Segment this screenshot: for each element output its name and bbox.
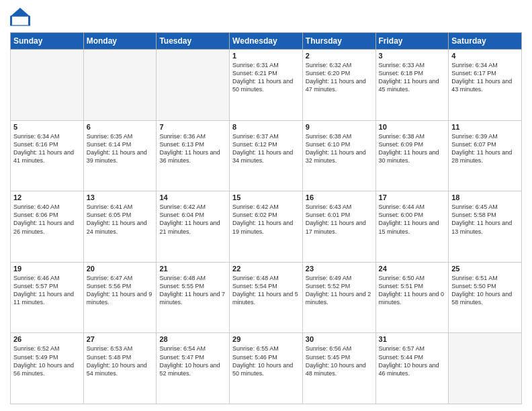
day-info: Sunrise: 6:44 AM Sunset: 6:00 PM Dayligh… — [379, 203, 446, 236]
day-number: 3 — [379, 52, 446, 60]
day-info: Sunrise: 6:48 AM Sunset: 5:55 PM Dayligh… — [159, 274, 226, 307]
day-cell: 2Sunrise: 6:32 AM Sunset: 6:20 PM Daylig… — [302, 50, 375, 121]
day-cell: 28Sunrise: 6:54 AM Sunset: 5:47 PM Dayli… — [157, 333, 230, 404]
weekday-header-wednesday: Wednesday — [230, 33, 303, 50]
day-cell: 3Sunrise: 6:33 AM Sunset: 6:18 PM Daylig… — [375, 50, 449, 121]
day-number: 26 — [13, 335, 81, 343]
day-cell — [449, 333, 522, 404]
day-number: 23 — [306, 265, 373, 273]
day-cell: 10Sunrise: 6:38 AM Sunset: 6:09 PM Dayli… — [375, 120, 449, 191]
day-cell: 20Sunrise: 6:47 AM Sunset: 5:56 PM Dayli… — [83, 262, 157, 333]
day-number: 11 — [451, 123, 519, 131]
day-cell — [11, 50, 84, 121]
weekday-header-thursday: Thursday — [302, 33, 375, 50]
weekday-header-friday: Friday — [375, 33, 449, 50]
day-cell: 19Sunrise: 6:46 AM Sunset: 5:57 PM Dayli… — [11, 262, 84, 333]
day-number: 27 — [87, 335, 154, 343]
day-cell: 15Sunrise: 6:42 AM Sunset: 6:02 PM Dayli… — [230, 191, 303, 263]
day-cell: 16Sunrise: 6:43 AM Sunset: 6:01 PM Dayli… — [302, 191, 375, 263]
day-info: Sunrise: 6:34 AM Sunset: 6:17 PM Dayligh… — [451, 61, 519, 94]
day-number: 6 — [87, 123, 154, 131]
weekday-header-saturday: Saturday — [449, 33, 522, 50]
day-info: Sunrise: 6:54 AM Sunset: 5:47 PM Dayligh… — [159, 345, 226, 377]
day-info: Sunrise: 6:36 AM Sunset: 6:13 PM Dayligh… — [159, 132, 226, 165]
day-info: Sunrise: 6:47 AM Sunset: 5:56 PM Dayligh… — [87, 274, 154, 307]
day-info: Sunrise: 6:41 AM Sunset: 6:05 PM Dayligh… — [87, 203, 154, 236]
day-cell: 6Sunrise: 6:35 AM Sunset: 6:14 PM Daylig… — [83, 120, 157, 191]
day-number: 15 — [232, 193, 300, 201]
day-number: 22 — [232, 265, 300, 273]
page: SundayMondayTuesdayWednesdayThursdayFrid… — [0, 0, 532, 411]
day-number: 21 — [159, 265, 226, 273]
logo — [10, 7, 32, 27]
day-cell: 1Sunrise: 6:31 AM Sunset: 6:21 PM Daylig… — [230, 50, 303, 121]
day-cell: 11Sunrise: 6:39 AM Sunset: 6:07 PM Dayli… — [449, 120, 522, 191]
day-info: Sunrise: 6:51 AM Sunset: 5:50 PM Dayligh… — [451, 274, 519, 307]
day-cell: 29Sunrise: 6:55 AM Sunset: 5:46 PM Dayli… — [230, 333, 303, 404]
logo-icon — [10, 7, 30, 27]
day-number: 24 — [379, 265, 446, 273]
day-number: 19 — [13, 265, 81, 273]
day-info: Sunrise: 6:38 AM Sunset: 6:09 PM Dayligh… — [379, 132, 446, 165]
day-info: Sunrise: 6:49 AM Sunset: 5:52 PM Dayligh… — [306, 274, 373, 307]
day-number: 7 — [159, 123, 226, 131]
day-cell: 23Sunrise: 6:49 AM Sunset: 5:52 PM Dayli… — [302, 262, 375, 333]
day-number: 13 — [87, 193, 154, 201]
day-number: 30 — [306, 335, 373, 343]
day-info: Sunrise: 6:42 AM Sunset: 6:04 PM Dayligh… — [159, 203, 226, 236]
day-number: 1 — [232, 52, 300, 60]
day-cell: 22Sunrise: 6:48 AM Sunset: 5:54 PM Dayli… — [230, 262, 303, 333]
day-info: Sunrise: 6:55 AM Sunset: 5:46 PM Dayligh… — [232, 345, 300, 377]
day-info: Sunrise: 6:45 AM Sunset: 5:58 PM Dayligh… — [451, 203, 519, 236]
week-row-3: 12Sunrise: 6:40 AM Sunset: 6:06 PM Dayli… — [11, 191, 522, 263]
weekday-header-monday: Monday — [83, 33, 157, 50]
day-info: Sunrise: 6:50 AM Sunset: 5:51 PM Dayligh… — [379, 274, 446, 307]
day-number: 29 — [232, 335, 300, 343]
day-info: Sunrise: 6:42 AM Sunset: 6:02 PM Dayligh… — [232, 203, 300, 236]
day-cell: 26Sunrise: 6:52 AM Sunset: 5:49 PM Dayli… — [11, 333, 84, 404]
day-cell: 7Sunrise: 6:36 AM Sunset: 6:13 PM Daylig… — [157, 120, 230, 191]
day-cell: 9Sunrise: 6:38 AM Sunset: 6:10 PM Daylig… — [302, 120, 375, 191]
header — [10, 7, 522, 27]
weekday-header-row: SundayMondayTuesdayWednesdayThursdayFrid… — [11, 33, 522, 50]
week-row-5: 26Sunrise: 6:52 AM Sunset: 5:49 PM Dayli… — [11, 333, 522, 404]
day-info: Sunrise: 6:37 AM Sunset: 6:12 PM Dayligh… — [232, 132, 300, 165]
day-number: 10 — [379, 123, 446, 131]
svg-marker-3 — [11, 9, 29, 16]
day-number: 17 — [379, 193, 446, 201]
day-cell: 13Sunrise: 6:41 AM Sunset: 6:05 PM Dayli… — [83, 191, 157, 263]
day-info: Sunrise: 6:31 AM Sunset: 6:21 PM Dayligh… — [232, 61, 300, 94]
week-row-2: 5Sunrise: 6:34 AM Sunset: 6:16 PM Daylig… — [11, 120, 522, 191]
day-cell: 30Sunrise: 6:56 AM Sunset: 5:45 PM Dayli… — [302, 333, 375, 404]
day-info: Sunrise: 6:48 AM Sunset: 5:54 PM Dayligh… — [232, 274, 300, 307]
day-cell: 4Sunrise: 6:34 AM Sunset: 6:17 PM Daylig… — [449, 50, 522, 121]
day-number: 5 — [13, 123, 81, 131]
day-info: Sunrise: 6:33 AM Sunset: 6:18 PM Dayligh… — [379, 61, 446, 94]
day-number: 16 — [306, 193, 373, 201]
day-number: 12 — [13, 193, 81, 201]
day-info: Sunrise: 6:35 AM Sunset: 6:14 PM Dayligh… — [87, 132, 154, 165]
day-number: 14 — [159, 193, 226, 201]
day-number: 8 — [232, 123, 300, 131]
day-cell: 21Sunrise: 6:48 AM Sunset: 5:55 PM Dayli… — [157, 262, 230, 333]
day-number: 9 — [306, 123, 373, 131]
week-row-4: 19Sunrise: 6:46 AM Sunset: 5:57 PM Dayli… — [11, 262, 522, 333]
weekday-header-sunday: Sunday — [11, 33, 84, 50]
day-info: Sunrise: 6:53 AM Sunset: 5:48 PM Dayligh… — [87, 345, 154, 377]
day-info: Sunrise: 6:40 AM Sunset: 6:06 PM Dayligh… — [13, 203, 81, 236]
week-row-1: 1Sunrise: 6:31 AM Sunset: 6:21 PM Daylig… — [11, 50, 522, 121]
day-info: Sunrise: 6:46 AM Sunset: 5:57 PM Dayligh… — [13, 274, 81, 307]
day-cell: 31Sunrise: 6:57 AM Sunset: 5:44 PM Dayli… — [375, 333, 449, 404]
day-info: Sunrise: 6:56 AM Sunset: 5:45 PM Dayligh… — [306, 345, 373, 377]
day-cell: 24Sunrise: 6:50 AM Sunset: 5:51 PM Dayli… — [375, 262, 449, 333]
day-info: Sunrise: 6:57 AM Sunset: 5:44 PM Dayligh… — [379, 345, 446, 377]
day-number: 25 — [451, 265, 519, 273]
day-cell: 8Sunrise: 6:37 AM Sunset: 6:12 PM Daylig… — [230, 120, 303, 191]
svg-rect-2 — [12, 17, 28, 26]
day-info: Sunrise: 6:52 AM Sunset: 5:49 PM Dayligh… — [13, 345, 81, 377]
day-cell — [157, 50, 230, 121]
weekday-header-tuesday: Tuesday — [157, 33, 230, 50]
calendar-table: SundayMondayTuesdayWednesdayThursdayFrid… — [10, 32, 522, 404]
day-number: 31 — [379, 335, 446, 343]
day-number: 18 — [451, 193, 519, 201]
